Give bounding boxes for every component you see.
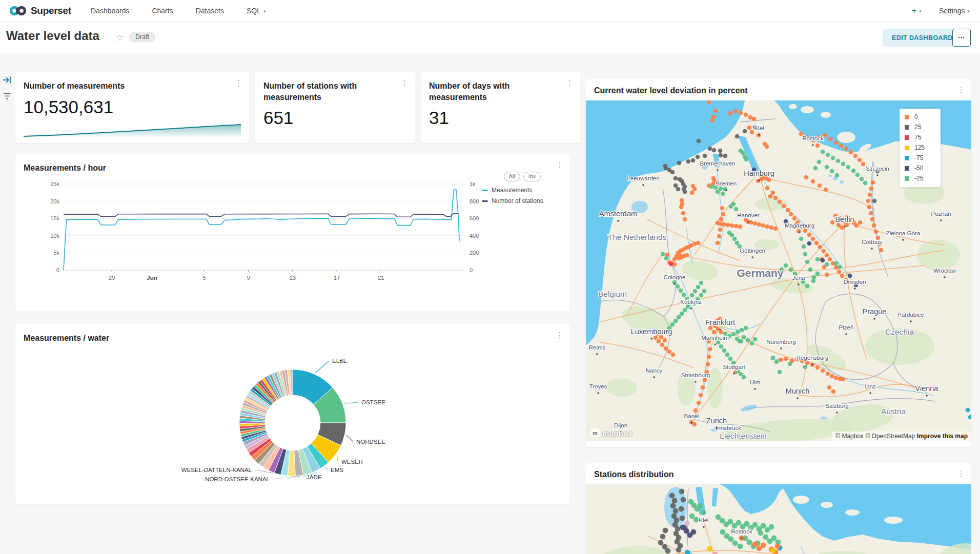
station-dot [761,543,766,548]
map-canvas[interactable]: KielRostock [586,484,971,554]
svg-text:20k: 20k [50,198,59,204]
station-dot [661,252,665,257]
station-dot [752,117,757,121]
station-dot [706,362,710,367]
legend-swatch [905,135,909,140]
station-dot [660,534,666,540]
dashboard-more-button[interactable]: ··· [952,29,971,47]
station-dot [670,322,675,327]
superset-logo[interactable]: Superset [9,5,71,16]
map-city-label: Cologne [664,274,686,280]
station-dot [778,200,782,204]
settings-menu[interactable]: Settings [939,7,970,15]
station-dot [692,422,697,427]
legend-label: 0 [914,113,918,120]
mapbox-logo[interactable]: m mapbox [590,428,632,438]
station-dot [825,253,829,258]
map-legend-item[interactable]: 125 [905,144,935,151]
station-dot [784,357,788,361]
station-dot [744,521,750,527]
svg-text:200: 200 [469,250,479,256]
map-city-label: Bremen [716,180,737,187]
station-dot [747,126,752,130]
map-city-label: Vienna [915,384,939,393]
station-dot [691,529,697,535]
legend-item-stations[interactable]: Number of stations [482,197,563,204]
map-legend-item[interactable]: -50 [905,165,935,172]
station-dot [771,191,775,195]
nav-item-datasets[interactable]: Datasets [196,7,224,15]
nav-item-dashboards[interactable]: Dashboards [91,7,130,15]
map-city-label: Berlin [835,215,854,223]
nav-item-sql[interactable]: SQL [247,7,266,15]
station-dot [699,293,704,298]
station-dot [858,220,863,225]
legend-swatch [905,176,909,181]
station-dot [826,153,830,157]
station-dot [690,191,695,195]
stations-map[interactable]: KielRostock [586,484,971,554]
map-legend-item[interactable]: -25 [905,175,935,182]
chart-title: Current water level deviation in percent [594,85,748,96]
station-dot [825,273,829,277]
kebab-menu-icon[interactable] [566,78,574,89]
expand-filter-bar-button[interactable] [2,75,13,86]
filter-funnel-button[interactable] [2,91,13,102]
stations-map-card: Stations distribution KielRostock [586,463,971,554]
new-item-button[interactable]: + [911,6,921,16]
map-legend-item[interactable]: 0 [905,113,935,120]
station-dot [696,285,701,290]
station-dot [804,175,809,180]
kpi-value: 651 [263,108,406,128]
station-dot [803,229,808,233]
nav-item-charts[interactable]: Charts [152,7,173,15]
legend-label: -75 [914,154,923,161]
kebab-menu-icon[interactable] [957,469,965,479]
donut-label: EMS [331,467,343,473]
svg-text:17: 17 [334,275,340,281]
station-dot [782,204,786,209]
station-dot [669,493,675,499]
legend-item-measurements[interactable]: Measurements [482,187,563,194]
station-dot [824,188,828,192]
map-city-label: Mannheim [701,335,729,341]
station-dot [672,498,678,504]
map-attribution: © Mapbox © OpenStreetMap Improve this ma… [832,432,971,441]
legend-all-button[interactable]: All [504,172,520,181]
station-dot [744,157,749,162]
map-city-label: Zielona Góra [886,230,921,236]
kebab-menu-icon[interactable] [957,85,965,95]
station-dot [673,508,679,514]
kebab-menu-icon[interactable] [400,78,409,89]
station-dot [709,184,714,189]
station-dot [743,129,747,134]
edit-dashboard-button[interactable]: EDIT DASHBOARD [883,29,962,47]
legend-inv-button[interactable]: Inv [523,172,541,181]
station-dot [773,227,778,231]
station-dot [769,225,774,230]
kebab-menu-icon[interactable] [556,331,564,341]
station-dot [724,534,730,539]
station-dot [825,165,829,170]
kebab-menu-icon[interactable] [235,78,243,89]
station-dot [807,241,812,246]
kebab-menu-icon[interactable] [556,160,564,171]
station-dot [740,328,744,333]
station-dot [739,111,743,115]
station-dot [863,181,868,186]
filter-icon [2,91,12,101]
map-legend-item[interactable]: -75 [905,154,935,161]
map-city-label: Liechtenstein [720,432,766,440]
map-city-label: Poznań [931,211,951,217]
improve-map-link[interactable]: Improve this map [917,433,968,440]
station-dot [719,344,724,349]
station-dot [672,257,677,262]
map-legend-item[interactable]: 25 [905,124,935,131]
legend-label: 75 [914,134,921,141]
map-legend-item[interactable]: 75 [905,134,935,141]
favorite-star-icon[interactable]: ☆ [115,32,124,44]
station-dot [867,205,872,210]
station-dot [673,319,678,323]
svg-text:600: 600 [469,215,479,221]
station-dot [736,330,740,335]
